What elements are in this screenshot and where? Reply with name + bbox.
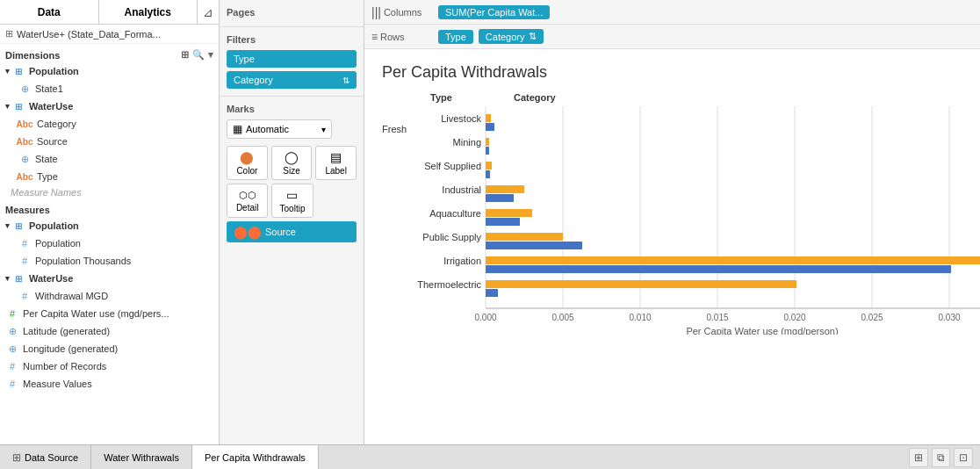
marks-label-btn[interactable]: ▤ Label <box>315 146 357 180</box>
datasource-tab-icon: ⊞ <box>12 451 21 464</box>
source-pill[interactable]: ⬤⬤ Source <box>227 221 357 242</box>
svg-text:Mining: Mining <box>453 137 481 148</box>
rows-shelf: ≡ Rows Type Category ⇅ <box>364 25 980 49</box>
svg-text:0.000: 0.000 <box>475 313 497 322</box>
meas-population-thousands[interactable]: # Population Thousands <box>0 252 219 270</box>
datasource-name: WaterUse+ (State_Data_Forma... <box>17 29 161 40</box>
meas-withdrawal-mgd[interactable]: # Withdrawal MGD <box>0 287 219 305</box>
columns-icon: ||| <box>371 5 381 19</box>
meas-longitude[interactable]: ⊕ Longitude (generated) <box>0 340 219 357</box>
filter-type-pill[interactable]: Type <box>227 50 357 68</box>
hash-icon: # <box>5 359 19 373</box>
dim-wateruse-group[interactable]: ▾ ⊞ WaterUse <box>0 97 219 115</box>
marks-size-btn[interactable]: ◯ Size <box>271 146 313 180</box>
chart-title: Per Capita Withdrawals <box>382 63 962 82</box>
marks-color-btn[interactable]: ⬤ Color <box>227 146 268 180</box>
marks-label: Marks <box>227 104 357 114</box>
svg-text:Irrigation: Irrigation <box>443 256 481 266</box>
label-icon: ▤ <box>330 150 342 164</box>
meas-population[interactable]: # Population <box>0 234 219 252</box>
dropdown-arrow: ▾ <box>321 125 326 134</box>
toggle-arrow: ▾ <box>5 67 10 76</box>
dim-population-group[interactable]: ▾ ⊞ Population <box>0 62 219 80</box>
tab-options-btn[interactable]: ⊡ <box>954 448 973 467</box>
svg-rect-18 <box>486 185 524 193</box>
columns-shelf: ||| Columns SUM(Per Capita Wat... <box>364 0 980 25</box>
svg-rect-28 <box>486 265 951 273</box>
marks-section: Marks ▦ Automatic ▾ ⬤ Color ◯ Size <box>220 97 364 444</box>
tab-data-source[interactable]: ⊞ Data Source <box>0 445 91 469</box>
color-label: Color <box>236 166 257 176</box>
marks-detail-btn[interactable]: ⬡⬡ Detail <box>227 184 268 218</box>
svg-rect-24 <box>486 233 563 241</box>
color-icon: ⬤ <box>240 150 254 164</box>
svg-text:Aquaculture: Aquaculture <box>429 208 481 219</box>
hash-icon: # <box>5 307 19 321</box>
svg-rect-19 <box>486 194 514 202</box>
grid-icon: ⊞ <box>11 64 25 78</box>
meas-per-capita[interactable]: # Per Capita Water use (mgd/pers... <box>0 305 219 322</box>
meas-latitude[interactable]: ⊕ Latitude (generated) <box>0 322 219 340</box>
grid-icon: ⊞ <box>11 271 25 285</box>
duplicate-sheet-btn[interactable]: ⧉ <box>932 448 950 467</box>
tooltip-icon: ▭ <box>286 188 298 202</box>
type-fresh-label: Fresh <box>382 124 407 134</box>
grid-icon[interactable]: ⊞ <box>181 49 189 61</box>
meas-wateruse-group[interactable]: ▾ ⊞ WaterUse <box>0 270 219 287</box>
detail-label: Detail <box>236 203 259 213</box>
tab-data[interactable]: Data <box>0 0 99 24</box>
bar-chart: Livestock Mining Self Supplied <box>407 106 980 335</box>
dimensions-icons[interactable]: ⊞ 🔍 ▾ <box>181 49 213 61</box>
measures-header: Measures <box>0 201 219 217</box>
dim-state1[interactable]: ⊕ State1 <box>0 80 219 97</box>
svg-rect-25 <box>486 242 582 249</box>
abc-icon: Abc <box>18 134 32 148</box>
dim-category[interactable]: Abc Category <box>0 115 219 133</box>
new-sheet-btn[interactable]: ⊞ <box>909 448 928 467</box>
columns-label: ||| Columns <box>371 5 433 19</box>
svg-text:0.025: 0.025 <box>861 313 883 322</box>
dimensions-header: Dimensions ⊞ 🔍 ▾ <box>0 46 219 62</box>
meas-num-records[interactable]: # Number of Records <box>0 357 219 375</box>
svg-rect-22 <box>486 218 520 226</box>
rows-label: ≡ Rows <box>371 31 433 43</box>
filter-category-pill[interactable]: Category ⇅ <box>227 71 357 89</box>
abc-icon: Abc <box>18 170 32 184</box>
rows-pill-type[interactable]: Type <box>438 30 473 44</box>
toggle-arrow: ▾ <box>5 221 10 230</box>
svg-text:Thermoelectric: Thermoelectric <box>417 279 481 290</box>
tab-water-withrawals[interactable]: Water Withrawals <box>91 445 192 469</box>
svg-text:0.030: 0.030 <box>939 313 961 322</box>
category-col-header: Category <box>514 92 556 103</box>
svg-rect-12 <box>486 138 489 146</box>
globe-icon: ⊕ <box>18 82 32 96</box>
size-label: Size <box>283 166 299 176</box>
svg-text:0.010: 0.010 <box>630 313 652 322</box>
tab-per-capita[interactable]: Per Capita Withdrawals <box>192 445 319 469</box>
svg-rect-31 <box>486 289 498 297</box>
search-icon[interactable]: 🔍 <box>192 49 205 61</box>
dim-state[interactable]: ⊕ State <box>0 150 219 168</box>
svg-text:0.020: 0.020 <box>784 313 806 322</box>
svg-rect-15 <box>486 162 492 170</box>
dim-type[interactable]: Abc Type <box>0 168 219 185</box>
toggle-arrow: ▾ <box>5 274 10 283</box>
rows-icon: ≡ <box>371 31 378 43</box>
measure-names[interactable]: Measure Names <box>0 185 219 199</box>
svg-rect-21 <box>486 209 532 217</box>
tab-analytics[interactable]: Analytics <box>99 0 198 24</box>
dim-source[interactable]: Abc Source <box>0 133 219 150</box>
meas-measure-values[interactable]: # Measure Values <box>0 375 219 393</box>
chevron-icon[interactable]: ▾ <box>208 49 213 61</box>
datasource-row: ⊞ WaterUse+ (State_Data_Forma... <box>0 25 219 44</box>
rows-pill-category[interactable]: Category ⇅ <box>479 29 544 44</box>
marks-tooltip-btn[interactable]: ▭ Tooltip <box>271 184 313 218</box>
panel-toggle[interactable]: ⊿ <box>198 0 219 24</box>
svg-text:Livestock: Livestock <box>441 113 481 124</box>
marks-type-select[interactable]: ▦ Automatic ▾ <box>227 119 332 139</box>
meas-population-group[interactable]: ▾ ⊞ Population <box>0 217 219 234</box>
filters-section: Filters Type Category ⇅ <box>220 27 364 96</box>
type-col-header: Type <box>430 92 514 103</box>
pages-label: Pages <box>227 7 357 18</box>
columns-pill[interactable]: SUM(Per Capita Wat... <box>438 5 550 19</box>
